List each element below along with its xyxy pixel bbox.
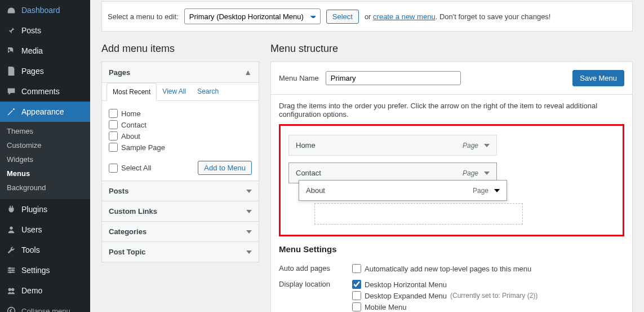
select-button[interactable]: Select — [326, 10, 359, 24]
submenu-themes[interactable]: Themes — [0, 124, 90, 138]
accordion-pages[interactable]: Pages▲ — [101, 61, 259, 83]
settings-icon — [6, 265, 17, 276]
page-check-about[interactable]: About — [109, 130, 252, 142]
loc-desktop-expanded[interactable]: Desktop Expanded Menu (Currently set to:… — [352, 290, 624, 301]
option-label: Mobile Menu — [365, 303, 406, 311]
checkbox[interactable] — [352, 302, 361, 311]
loc-desktop-horizontal[interactable]: Desktop Horizontal Menu — [352, 279, 624, 290]
checkbox[interactable] — [352, 291, 361, 300]
tools-icon — [6, 244, 17, 256]
pages-icon — [6, 65, 17, 77]
accordion-categories[interactable]: Categories — [101, 222, 259, 242]
loc-mobile[interactable]: Mobile Menu — [352, 301, 624, 312]
menu-item-about-dragging[interactable]: About Page — [299, 180, 507, 201]
chevron-down-icon[interactable] — [494, 189, 500, 192]
svg-point-7 — [9, 271, 11, 274]
submenu-menus[interactable]: Menus — [0, 166, 90, 181]
checkbox[interactable] — [109, 143, 118, 152]
submenu-customize[interactable]: Customize — [0, 138, 90, 152]
highlighted-items: Home Page Contact Page About Page — [279, 124, 624, 236]
media-icon — [6, 45, 17, 56]
checkbox[interactable] — [109, 109, 118, 118]
sidebar-item-pages[interactable]: Pages — [0, 61, 90, 81]
create-menu-link[interactable]: create a new menu — [373, 12, 436, 21]
page-label: Sample Page — [121, 143, 165, 152]
menu-name-label: Menu Name — [279, 74, 319, 82]
select-all-label: Select All — [121, 164, 151, 172]
sidebar-item-comments[interactable]: Comments — [0, 81, 90, 102]
accordion-posts[interactable]: Posts — [101, 181, 259, 201]
menu-item-label: About — [306, 186, 325, 195]
admin-sidebar: Dashboard Posts Media Pages Comments App… — [0, 0, 90, 312]
checkbox[interactable] — [109, 120, 118, 129]
tab-view-all[interactable]: View All — [157, 83, 192, 100]
sidebar-item-demo[interactable]: Demo — [0, 280, 90, 301]
select-all[interactable]: Select All — [109, 162, 151, 174]
menu-item-home[interactable]: Home Page — [288, 135, 497, 156]
option-label: Automatically add new top-level pages to… — [365, 265, 531, 273]
svg-point-6 — [12, 269, 14, 271]
chevron-down-icon — [246, 190, 252, 193]
chevron-down-icon[interactable] — [484, 172, 490, 175]
sidebar-item-media[interactable]: Media — [0, 41, 90, 61]
checkbox[interactable] — [352, 280, 361, 289]
appearance-submenu: Themes Customize Widgets Menus Backgroun… — [0, 122, 90, 199]
page-check-sample[interactable]: Sample Page — [109, 142, 252, 153]
option-label: Desktop Horizontal Menu — [365, 280, 447, 289]
pin-icon — [6, 25, 17, 36]
submenu-background[interactable]: Background — [0, 181, 90, 195]
menu-name-input[interactable] — [326, 71, 461, 85]
users-icon — [6, 224, 17, 235]
sidebar-label: Demo — [21, 286, 42, 295]
collapse-menu[interactable]: Collapse menu — [0, 301, 90, 312]
editbar-label: Select a menu to edit: — [108, 12, 179, 21]
demo-icon — [6, 285, 17, 296]
submenu-widgets[interactable]: Widgets — [0, 152, 90, 166]
accordion-title: Custom Links — [109, 207, 157, 216]
sidebar-label: Comments — [21, 87, 60, 96]
sidebar-item-plugins[interactable]: Plugins — [0, 199, 90, 219]
accordion-post-topic[interactable]: Post Topic — [101, 242, 259, 262]
tail-text: . Don't forget to save your changes! — [436, 12, 551, 21]
menu-select[interactable]: Primary (Desktop Horizontal Menu) — [184, 8, 321, 24]
svg-point-8 — [8, 288, 11, 291]
page-label: Contact — [121, 121, 146, 129]
pages-panel: Most Recent View All Search Home Contact… — [101, 83, 259, 181]
add-to-menu-button[interactable]: Add to Menu — [198, 161, 252, 175]
checkbox[interactable] — [352, 264, 361, 273]
sidebar-label: Users — [21, 225, 42, 234]
sidebar-item-settings[interactable]: Settings — [0, 260, 90, 280]
menu-structure-heading: Menu structure — [270, 43, 633, 55]
auto-add-option[interactable]: Automatically add new top-level pages to… — [352, 263, 624, 274]
menu-item-label: Contact — [296, 169, 321, 177]
sidebar-item-dashboard[interactable]: Dashboard — [0, 0, 90, 20]
drop-placeholder — [314, 203, 523, 225]
add-items-heading: Add menu items — [101, 43, 259, 55]
sidebar-item-appearance[interactable]: Appearance — [0, 102, 90, 122]
page-check-home[interactable]: Home — [109, 108, 252, 119]
sidebar-item-tools[interactable]: Tools — [0, 240, 90, 260]
save-menu-button[interactable]: Save Menu — [572, 70, 624, 86]
sidebar-item-users[interactable]: Users — [0, 219, 90, 240]
svg-point-5 — [9, 267, 11, 270]
accordion-title: Post Topic — [109, 248, 145, 256]
svg-point-9 — [11, 288, 14, 291]
sidebar-label: Dashboard — [21, 6, 60, 15]
sidebar-label: Pages — [21, 67, 44, 76]
chevron-up-icon: ▲ — [244, 68, 252, 77]
checkbox[interactable] — [109, 164, 118, 173]
tab-most-recent[interactable]: Most Recent — [106, 83, 157, 101]
svg-point-1 — [10, 227, 12, 230]
comments-icon — [6, 86, 17, 97]
drag-hint: Drag the items into the order you prefer… — [271, 95, 632, 124]
sidebar-label: Appearance — [21, 107, 64, 116]
tab-search[interactable]: Search — [192, 83, 224, 100]
accordion-custom-links[interactable]: Custom Links — [101, 201, 259, 222]
checkbox[interactable] — [109, 131, 118, 140]
menu-item-type: Page — [463, 142, 478, 150]
page-check-contact[interactable]: Contact — [109, 119, 252, 130]
sidebar-label: Plugins — [21, 205, 47, 214]
sidebar-item-posts[interactable]: Posts — [0, 20, 90, 41]
menu-settings-heading: Menu Settings — [279, 244, 624, 254]
chevron-down-icon[interactable] — [484, 144, 490, 147]
